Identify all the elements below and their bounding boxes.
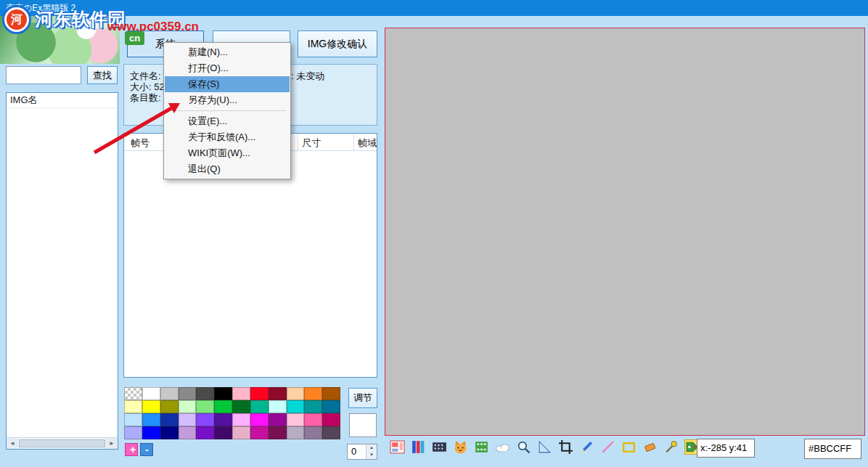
dropper-icon[interactable] <box>662 438 680 456</box>
menu-separator <box>168 110 287 111</box>
scroll-left-icon[interactable]: ◄ <box>7 438 18 449</box>
crop-icon[interactable] <box>557 438 575 456</box>
color-swatch[interactable] <box>214 426 232 439</box>
value-spinner[interactable]: 0 ▲ ▼ <box>347 444 377 460</box>
pencil-icon[interactable] <box>578 438 596 456</box>
color-swatch[interactable] <box>179 426 197 439</box>
adjust-button[interactable]: 调节 <box>348 388 377 408</box>
color-swatch[interactable] <box>196 400 214 413</box>
search-input[interactable] <box>6 66 81 84</box>
modified-status-text: : 未变动 <box>291 70 324 83</box>
color-swatch[interactable] <box>250 413 269 426</box>
color-swatch[interactable] <box>214 400 232 413</box>
color-swatch[interactable] <box>322 400 340 413</box>
column-divider <box>298 134 298 150</box>
color-swatch[interactable] <box>142 426 160 439</box>
menu-item-settings[interactable]: 设置(E)... <box>165 113 290 129</box>
color-swatch[interactable] <box>287 387 305 400</box>
color-swatch[interactable] <box>287 426 305 439</box>
cat-icon[interactable] <box>451 438 470 456</box>
line-icon[interactable] <box>599 438 617 456</box>
color-swatch[interactable] <box>304 387 322 400</box>
color-swatch[interactable] <box>160 413 179 426</box>
menu-item-save-as[interactable]: 另存为(U)... <box>165 92 290 108</box>
color-swatch[interactable] <box>250 426 269 439</box>
spinner-up-icon[interactable]: ▲ <box>367 444 377 452</box>
film-icon[interactable] <box>430 438 449 456</box>
menu-item-about[interactable]: 关于和反馈(A)... <box>165 129 290 145</box>
color-swatch[interactable] <box>124 426 142 439</box>
filmstrip-icon[interactable] <box>472 438 491 456</box>
color-swatch[interactable] <box>322 387 340 400</box>
img-confirm-button[interactable]: IMG修改确认 <box>298 31 377 57</box>
menu-item-save[interactable]: 保存(S) <box>165 76 290 92</box>
color-columns-icon[interactable] <box>409 438 427 456</box>
menu-item-open[interactable]: 打开(O)... <box>165 60 290 76</box>
color-swatch[interactable] <box>304 413 322 426</box>
color-palette <box>124 387 340 439</box>
color-swatch[interactable] <box>322 426 340 439</box>
ruler-icon[interactable] <box>536 438 554 456</box>
color-swatch[interactable] <box>160 400 179 413</box>
color-swatch[interactable] <box>160 387 179 400</box>
column-size[interactable]: 尺寸 <box>302 137 321 150</box>
column-divider <box>353 134 354 150</box>
color-swatch[interactable] <box>269 426 287 439</box>
color-swatch[interactable] <box>322 413 340 426</box>
color-swatch[interactable] <box>196 413 214 426</box>
column-frame-number[interactable]: 帧号 <box>131 137 150 150</box>
cloud-icon[interactable] <box>494 438 512 456</box>
watermark-logo-char: 河 <box>7 9 27 30</box>
remove-color-button[interactable]: - <box>140 443 153 456</box>
canvas-area[interactable] <box>385 28 865 436</box>
menu-item-new[interactable]: 新建(N)... <box>165 44 290 60</box>
frame-edit-icon[interactable] <box>388 438 406 456</box>
color-swatch[interactable] <box>287 413 305 426</box>
color-swatch[interactable] <box>124 387 142 400</box>
eraser-icon[interactable] <box>641 438 659 456</box>
coordinate-display: x:-285 y:41 <box>697 439 755 458</box>
color-swatch[interactable] <box>232 413 250 426</box>
rectangle-icon[interactable] <box>620 438 638 456</box>
color-swatch[interactable] <box>124 400 142 413</box>
color-hex-display: #BBCCFF <box>804 439 861 459</box>
color-swatch[interactable] <box>269 387 287 400</box>
watermark-logo-icon: 河 <box>2 5 31 34</box>
color-swatch[interactable] <box>214 387 232 400</box>
color-swatch[interactable] <box>179 400 197 413</box>
color-swatch[interactable] <box>304 400 322 413</box>
bottom-toolbar <box>388 438 701 456</box>
scroll-right-icon[interactable]: ► <box>106 438 118 449</box>
color-swatch[interactable] <box>142 400 160 413</box>
column-frame-area[interactable]: 帧域 <box>358 137 377 150</box>
color-swatch[interactable] <box>304 426 322 439</box>
img-list[interactable]: IMG名 ◄ ► <box>6 92 118 450</box>
color-swatch[interactable] <box>269 413 287 426</box>
color-swatch[interactable] <box>160 426 179 439</box>
color-swatch[interactable] <box>232 387 250 400</box>
color-swatch[interactable] <box>214 413 232 426</box>
find-button[interactable]: 查找 <box>87 66 118 84</box>
add-color-button[interactable]: + <box>125 443 138 456</box>
color-swatch[interactable] <box>196 387 214 400</box>
color-swatch[interactable] <box>179 387 197 400</box>
scrollbar-thumb[interactable] <box>19 439 105 447</box>
color-swatch[interactable] <box>287 400 305 413</box>
color-swatch[interactable] <box>196 426 214 439</box>
zoom-icon[interactable] <box>515 438 533 456</box>
spinner-down-icon[interactable]: ▼ <box>367 452 377 459</box>
spinner-value[interactable]: 0 <box>348 444 366 459</box>
color-swatch[interactable] <box>232 400 250 413</box>
color-swatch[interactable] <box>232 426 250 439</box>
system-dropdown-menu: 新建(N)... 打开(O)... 保存(S) 另存为(U)... 设置(E).… <box>163 42 291 179</box>
color-swatch[interactable] <box>250 387 269 400</box>
color-swatch[interactable] <box>179 413 197 426</box>
color-swatch[interactable] <box>142 387 160 400</box>
color-swatch[interactable] <box>124 413 142 426</box>
menu-item-wiki[interactable]: WIKI页面(W)... <box>165 145 290 161</box>
color-swatch[interactable] <box>250 400 269 413</box>
color-swatch[interactable] <box>269 400 287 413</box>
color-swatch[interactable] <box>142 413 160 426</box>
img-list-hscrollbar[interactable]: ◄ ► <box>7 437 118 449</box>
menu-item-exit[interactable]: 退出(Q) <box>165 161 290 177</box>
